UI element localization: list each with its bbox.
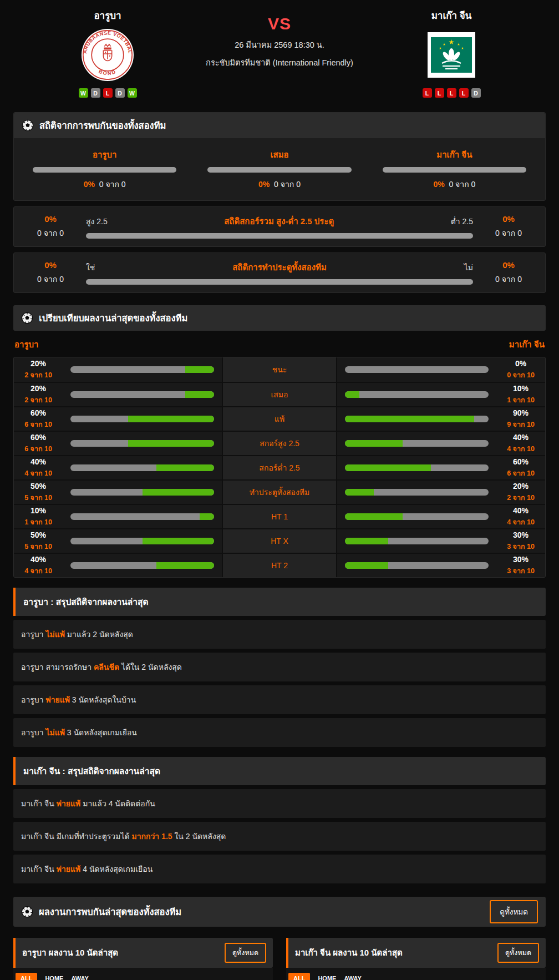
stat-title: สถิติสกอร์รวม สูง-ต่ำ 2.5 ประตู	[224, 215, 334, 228]
stat-labels: ใช่สถิติการทำประตูทั้งสองทีมไม่	[86, 261, 473, 274]
home-percent: 20%	[31, 384, 46, 393]
tab-all[interactable]: ALL	[288, 973, 310, 980]
away-bar-fill	[345, 489, 374, 496]
summary-item: มาเก๊า จีน มีเกมที่ทำประตูรวมได้ มากกว่า…	[13, 822, 546, 851]
form-badge-l: L	[435, 88, 444, 98]
tab-all[interactable]: ALL	[16, 973, 37, 980]
h2h-column: มาเก๊า จีน0% 0 จาก 0	[383, 148, 526, 190]
comparison-row: 60%6 จาก 10สกอร์สูง 2.540%4 จาก 10	[14, 431, 545, 455]
form-badge-w: W	[79, 88, 88, 98]
stat-right-label: ต่ำ 2.5	[451, 215, 473, 228]
comparison-stat-label: แพ้	[222, 407, 337, 431]
home-count: 4 จาก 10	[24, 565, 52, 577]
tab-home[interactable]: HOME	[45, 975, 63, 980]
away-count: 9 จาก 10	[507, 419, 535, 430]
comparison-header: เปรียบเทียบผลงานล่าสุดของทั้งสองทีม	[13, 305, 546, 331]
h2h-bar	[207, 167, 351, 173]
away-form: LLLLD	[423, 88, 481, 98]
h2h-column: อารูบา0% 0 จาก 0	[33, 148, 176, 190]
h2h-numbers: 0% 0 จาก 0	[433, 178, 475, 190]
away-stat: 10%1 จาก 10	[496, 384, 545, 406]
stat-left-percent: 0%	[24, 214, 77, 224]
stat-right-label: ไม่	[464, 261, 473, 274]
away-bar-fill	[345, 416, 474, 422]
form-badge-l: L	[103, 88, 113, 98]
h2h-stats-title: สถิติจากการพบกันของทั้งสองทีม	[39, 118, 166, 133]
away-percent: 40%	[513, 506, 528, 515]
summary-highlight: พ่ายแพ้	[45, 695, 70, 704]
comparison-row: 20%2 จาก 10เสมอ10%1 จาก 10	[14, 382, 545, 406]
comparison-row: 40%4 จาก 10HT 230%3 จาก 10	[14, 553, 545, 577]
away-summary-header: มาเก๊า จีน : สรุปสถิติจากผลงานล่าสุด	[13, 757, 546, 785]
h2h-percent: 0%	[84, 180, 95, 189]
away-percent: 40%	[513, 433, 528, 442]
home-form: WDLDW	[79, 88, 137, 98]
home-team-name: อารูบา	[94, 8, 121, 23]
home-bar	[70, 366, 214, 373]
comparison-team-labels: อารูบา มาเก๊า จีน	[13, 331, 546, 357]
home-bar-fill	[185, 391, 214, 398]
away-stat: 40%4 จาก 10	[496, 506, 545, 528]
h2h-numbers: 0% 0 จาก 0	[84, 178, 126, 190]
away-percent: 30%	[513, 531, 528, 539]
soccer-ball-icon	[21, 906, 33, 918]
h2h-count: 0 จาก 0	[445, 180, 476, 189]
home-count: 4 จาก 10	[24, 468, 52, 479]
home-stat: 60%6 จาก 10	[14, 433, 63, 454]
stat-left-count: 0 จาก 0	[24, 273, 77, 285]
stat-bar	[86, 233, 473, 239]
tab-away[interactable]: AWAY	[344, 975, 361, 980]
vs-label: VS	[268, 14, 291, 33]
home-bar-fill	[156, 562, 214, 569]
away-stat: 0%0 จาก 10	[496, 359, 545, 381]
match-preview-page: อารูบา ARUBAANSE VOETBAL BOND	[0, 0, 559, 980]
home-bar	[70, 440, 214, 447]
away-summary-items: มาเก๊า จีน พ่ายแพ้ มาแล้ว 4 นัดติดต่อกัน…	[13, 789, 546, 883]
view-all-button[interactable]: ดูทั้งหมด	[497, 943, 539, 963]
home-stat: 50%5 จาก 10	[14, 482, 63, 503]
h2h-bar	[33, 167, 176, 173]
away-bar	[345, 513, 489, 520]
h2h-count: 0 จาก 0	[95, 180, 126, 189]
home-stat: 40%4 จาก 10	[14, 457, 63, 479]
soccer-ball-icon	[22, 119, 34, 132]
match-competition: กระชับมิตรทีมชาติ (International Friendl…	[206, 56, 353, 69]
home-stat: 50%5 จาก 10	[14, 531, 63, 552]
aruba-crest-icon: ARUBAANSE VOETBAL BOND	[81, 28, 134, 82]
home-bar	[70, 489, 214, 496]
summary-highlight: ไม่แพ้	[45, 728, 65, 737]
home-count: 6 จาก 10	[24, 419, 52, 430]
away-stat: 90%9 จาก 10	[496, 408, 545, 430]
tab-away[interactable]: AWAY	[71, 975, 88, 980]
tab-home[interactable]: HOME	[318, 975, 336, 980]
home-percent: 50%	[31, 482, 46, 491]
comparison-away-label: มาเก๊า จีน	[509, 338, 545, 351]
home-percent: 40%	[31, 555, 46, 564]
tab-row: ALLHOMEAWAY	[286, 968, 546, 980]
away-percent: 20%	[513, 482, 528, 491]
recent-table-header: อารูบา ผลงาน 10 นัดล่าสุด ดูทั้งหมด	[13, 938, 273, 968]
comparison-row: 20%2 จาก 10ชนะ0%0 จาก 10	[14, 357, 545, 382]
comparison-row: 50%5 จาก 10HT X30%3 จาก 10	[14, 528, 545, 553]
form-badge-d: D	[91, 88, 100, 98]
h2h-percent: 0%	[258, 180, 270, 189]
stat-right-count: 0 จาก 0	[482, 273, 535, 285]
comparison-home-label: อารูบา	[14, 338, 38, 351]
away-team-name: มาเก๊า จีน	[431, 8, 472, 23]
h2h-stats-header: สถิติจากการพบกันของทั้งสองทีม	[14, 113, 545, 138]
away-stat: 60%6 จาก 10	[496, 457, 545, 479]
away-bar-fill	[345, 391, 359, 398]
away-bar	[345, 391, 489, 398]
home-bar	[70, 391, 214, 398]
stat-right-side: 0%0 จาก 0	[482, 260, 535, 285]
macau-flag-icon	[428, 32, 475, 78]
away-percent: 90%	[513, 408, 528, 417]
view-all-button[interactable]: ดูทั้งหมด	[490, 900, 538, 923]
away-stat: 20%2 จาก 10	[496, 482, 545, 503]
home-team-logo: ARUBAANSE VOETBAL BOND	[81, 28, 134, 82]
stat-middle: ใช่สถิติการทำประตูทั้งสองทีมไม่	[86, 261, 473, 285]
summary-highlight: พ่ายแพ้	[57, 865, 81, 873]
home-stat: 60%6 จาก 10	[14, 408, 63, 430]
home-bar	[70, 513, 214, 520]
view-all-button[interactable]: ดูทั้งหมด	[225, 943, 266, 963]
